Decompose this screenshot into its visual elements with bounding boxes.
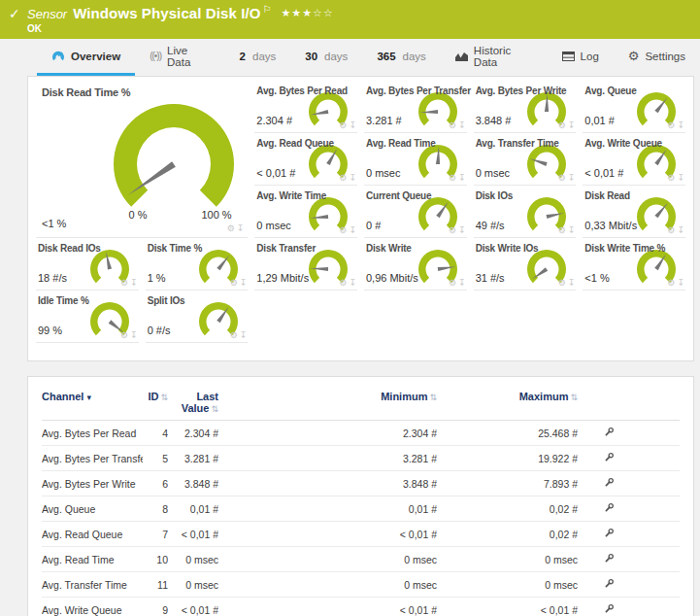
- gauge-current-queue: Current Queue 0 # ⚙ ↧: [364, 186, 467, 238]
- tab-log-label: Log: [581, 51, 599, 62]
- gauge-title: Avg. Read Time: [366, 138, 436, 149]
- gear-icon[interactable]: ⚙: [339, 279, 347, 288]
- gauge-value: 31 #/s: [476, 272, 505, 284]
- gauge-scale-max: 100 %: [193, 209, 240, 221]
- gear-icon[interactable]: ⚙: [667, 174, 675, 183]
- pin-icon[interactable]: ↧: [458, 121, 466, 130]
- gauge-value: <1 %: [42, 218, 66, 229]
- gear-icon[interactable]: ⚙: [230, 279, 238, 288]
- gear-icon[interactable]: ⚙: [558, 174, 566, 183]
- pin-icon[interactable]: ↧: [568, 174, 576, 183]
- pin-icon[interactable]: ↧: [458, 226, 466, 235]
- pin-icon[interactable]: ↧: [130, 279, 138, 288]
- pin-icon[interactable]: ↧: [677, 279, 684, 288]
- tab-overview[interactable]: Overview: [37, 39, 135, 76]
- pin-icon[interactable]: ↧: [568, 279, 576, 288]
- wrench-icon[interactable]: [603, 528, 615, 541]
- column-header-minimum[interactable]: Minimum⇅: [218, 383, 437, 421]
- tab-30-days[interactable]: 30 days: [290, 39, 362, 76]
- gear-icon[interactable]: ⚙: [120, 331, 128, 340]
- gear-icon[interactable]: ⚙: [120, 279, 128, 288]
- gauge-value: 0 #/s: [148, 325, 171, 336]
- column-header-maximum[interactable]: Maximum⇅: [437, 383, 578, 421]
- gauge-disk-write-time: Disk Write Time % <1 % ⚙ ↧: [583, 238, 685, 291]
- gear-icon[interactable]: ⚙: [449, 121, 456, 130]
- pin-icon[interactable]: ↧: [240, 279, 248, 288]
- tab-settings[interactable]: ⚙ Settings: [614, 39, 700, 76]
- gear-icon[interactable]: ⚙: [339, 174, 347, 183]
- cell-minimum: < 0,01 #: [218, 522, 437, 547]
- gauge-title: Avg. Queue: [584, 86, 636, 96]
- gear-icon[interactable]: ⚙: [449, 226, 456, 235]
- gauge-title: Current Queue: [366, 190, 431, 201]
- tab-live-data[interactable]: ((•)) Live Data: [135, 39, 224, 76]
- table-row: Avg. Bytes Per Transfer 5 3.281 # 3.281 …: [42, 446, 680, 471]
- pin-icon[interactable]: ↧: [349, 226, 356, 235]
- gauge-avg-bytes-per-read: Avg. Bytes Per Read 2.304 # ⚙ ↧: [254, 81, 357, 133]
- gauge-value: 99 %: [38, 325, 62, 336]
- sort-icon: ⇅: [429, 393, 437, 402]
- pin-icon[interactable]: ↧: [677, 226, 684, 235]
- channels-table: Channel▾ ID⇅ Last Value⇅ Minimum⇅ Maximu…: [42, 383, 680, 616]
- pin-icon[interactable]: ↧: [677, 121, 684, 130]
- column-header-last-value[interactable]: Last Value⇅: [168, 383, 218, 421]
- cell-maximum: 0,02 #: [437, 496, 578, 522]
- pin-icon[interactable]: ↧: [677, 174, 684, 183]
- gear-icon[interactable]: ⚙: [339, 226, 347, 235]
- wrench-icon[interactable]: [603, 553, 615, 566]
- gear-icon[interactable]: ⚙: [558, 279, 566, 288]
- gauge-disk-read-time: Disk Read Time % 0 % 100 % <1 % ⚙ ↧: [36, 81, 248, 238]
- wrench-icon[interactable]: [603, 578, 615, 592]
- tab-365-days[interactable]: 365 days: [362, 39, 440, 76]
- cell-id: 8: [143, 496, 168, 522]
- tab-historic-data[interactable]: Historic Data: [441, 39, 548, 76]
- gear-icon[interactable]: ⚙: [230, 331, 238, 340]
- tab-2-days[interactable]: 2 days: [225, 39, 291, 76]
- gauge-title: Disk Read IOs: [38, 243, 101, 254]
- cell-maximum: 25.468 #: [437, 421, 578, 446]
- gauge-value: < 0,01 #: [256, 167, 295, 179]
- gear-icon[interactable]: ⚙: [667, 226, 675, 235]
- pin-icon[interactable]: ↧: [349, 174, 356, 183]
- gear-icon[interactable]: ⚙: [558, 226, 566, 235]
- gear-icon[interactable]: ⚙: [339, 121, 347, 130]
- sensor-kind-label: Sensor: [27, 7, 67, 21]
- column-header-channel[interactable]: Channel▾: [42, 383, 143, 421]
- pin-icon[interactable]: ↧: [458, 279, 466, 288]
- wrench-icon[interactable]: [603, 603, 615, 616]
- table-row: Avg. Read Queue 7 < 0,01 # < 0,01 # 0,02…: [42, 522, 680, 547]
- wrench-icon[interactable]: [603, 427, 615, 440]
- gear-icon[interactable]: ⚙: [449, 174, 456, 183]
- gauge-value: 3.848 #: [476, 115, 512, 126]
- gauge-title: Avg. Bytes Per Write: [476, 86, 567, 96]
- gear-icon[interactable]: ⚙: [227, 224, 235, 233]
- pin-icon[interactable]: ↧: [568, 226, 576, 235]
- gear-icon[interactable]: ⚙: [667, 279, 675, 288]
- pin-icon[interactable]: ↧: [240, 331, 248, 340]
- wrench-icon[interactable]: [603, 502, 615, 516]
- wrench-icon[interactable]: [603, 477, 615, 491]
- pin-icon[interactable]: ↧: [568, 121, 576, 130]
- tab-log[interactable]: Log: [548, 39, 614, 76]
- gear-icon[interactable]: ⚙: [558, 121, 566, 130]
- pin-icon[interactable]: ↧: [130, 331, 138, 340]
- gauge-avg-transfer-time: Avg. Transfer Time 0 msec ⚙ ↧: [474, 133, 577, 186]
- priority-stars[interactable]: ★★★☆☆: [281, 7, 333, 18]
- wrench-icon[interactable]: [603, 452, 615, 465]
- gauge-value: 0,96 Mbit/s: [366, 272, 418, 284]
- gear-icon[interactable]: ⚙: [449, 279, 456, 288]
- pin-icon[interactable]: ↧: [237, 224, 245, 233]
- flag-icon[interactable]: ⚐: [262, 4, 271, 15]
- cell-channel: Avg. Transfer Time: [42, 572, 143, 598]
- pin-icon[interactable]: ↧: [458, 174, 466, 183]
- gauge-value: 18 #/s: [38, 272, 67, 284]
- pin-icon[interactable]: ↧: [349, 121, 356, 130]
- gear-icon[interactable]: ⚙: [667, 121, 675, 130]
- gauge-title: Disk Time %: [148, 243, 203, 254]
- log-icon: [562, 51, 575, 61]
- cell-last-value: 0 msec: [168, 547, 218, 572]
- column-header-id[interactable]: ID⇅: [143, 383, 168, 421]
- gauge-avg-read-queue: Avg. Read Queue < 0,01 # ⚙ ↧: [254, 133, 357, 186]
- pin-icon[interactable]: ↧: [349, 279, 356, 288]
- cell-last-value: 3.281 #: [168, 446, 218, 471]
